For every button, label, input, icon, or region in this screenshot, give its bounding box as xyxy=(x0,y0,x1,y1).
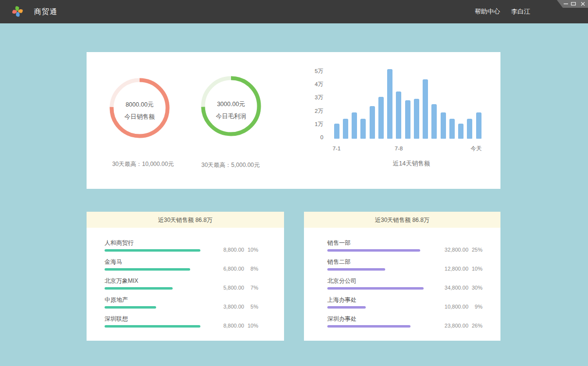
sales-bar-chart: 近14天销售额 01万2万3万4万5万7-17-8今天 xyxy=(87,52,500,189)
chart-bar xyxy=(343,119,348,139)
titlebar: 商贸通 帮助中心 李白江 xyxy=(0,0,588,23)
row-label: 人和商贸行 xyxy=(105,239,134,246)
x-axis-label: 7-8 xyxy=(389,146,409,151)
user-name-link[interactable]: 李白江 xyxy=(511,7,530,16)
chart-bar xyxy=(396,92,401,139)
app-window: 商贸通 帮助中心 李白江 8000.00元今日销售额30天最高：10,000.0… xyxy=(0,0,588,366)
summary-card: 8000.00元今日销售额30天最高：10,000.00元3000.00元今日毛… xyxy=(87,52,500,189)
chart-bar xyxy=(352,112,357,139)
row-percent: 7% xyxy=(250,284,258,291)
y-axis-label: 5万 xyxy=(303,68,323,74)
row-label: 深圳办事处 xyxy=(327,315,356,322)
row-percent: 10% xyxy=(472,265,482,272)
row-value: 3,800.00 xyxy=(223,303,244,310)
chart-bar xyxy=(458,124,463,139)
row-value: 32,800.00 xyxy=(445,246,468,253)
chart-bar xyxy=(431,104,437,139)
chart-caption: 近14天销售额 xyxy=(363,161,460,167)
chart-bar xyxy=(334,124,339,139)
y-axis-label: 1万 xyxy=(303,121,323,127)
chart-bar xyxy=(387,69,392,139)
row-label: 销售二部 xyxy=(327,258,351,265)
maximize-icon[interactable] xyxy=(570,0,576,8)
row-label: 深圳联想 xyxy=(105,315,128,322)
row-bar xyxy=(105,306,156,309)
row-percent: 10% xyxy=(248,246,258,253)
chart-bar xyxy=(467,119,472,139)
row-bar xyxy=(327,287,424,290)
row-value: 34,800.00 xyxy=(445,284,468,291)
close-icon[interactable] xyxy=(580,0,586,8)
row-label: 销售一部 xyxy=(327,239,351,246)
row-bar xyxy=(327,249,420,252)
app-title: 商贸通 xyxy=(34,0,57,23)
row-value: 8,800.00 xyxy=(223,322,244,329)
row-percent: 5% xyxy=(250,303,258,310)
chart-bar xyxy=(414,99,419,139)
row-value: 5,800.00 xyxy=(223,284,244,291)
chart-bar xyxy=(423,79,428,139)
y-axis-label: 4万 xyxy=(303,81,323,87)
y-axis-label: 0 xyxy=(303,134,323,140)
chart-bar xyxy=(370,106,375,139)
window-controls xyxy=(557,0,588,8)
row-label: 上海办事处 xyxy=(327,296,356,303)
row-value: 6,800.00 xyxy=(223,265,244,272)
app-logo-pinwheel-icon xyxy=(12,6,23,17)
chart-bar xyxy=(476,112,481,139)
row-percent: 25% xyxy=(472,246,482,253)
row-label: 北京万象MIX xyxy=(105,277,138,284)
card-title: 近30天销售额 86.8万 xyxy=(304,212,500,228)
x-axis-label: 今天 xyxy=(466,146,486,151)
row-value: 23,800.00 xyxy=(445,322,468,329)
row-bar xyxy=(105,268,190,271)
row-label: 金海马 xyxy=(105,258,122,265)
row-percent: 30% xyxy=(472,284,482,291)
row-bar xyxy=(327,325,410,328)
row-percent: 26% xyxy=(472,322,482,329)
row-percent: 8% xyxy=(250,265,258,272)
chart-bar xyxy=(378,97,384,139)
help-center-link[interactable]: 帮助中心 xyxy=(475,7,500,16)
row-value: 12,800.00 xyxy=(445,265,468,272)
row-percent: 10% xyxy=(248,322,258,329)
card-title: 近30天销售额 86.8万 xyxy=(87,212,284,228)
chart-bar xyxy=(441,112,446,139)
chart-bar xyxy=(449,119,455,139)
row-bar xyxy=(105,287,173,290)
row-label: 北京分公司 xyxy=(327,277,356,284)
x-axis-label: 7-1 xyxy=(327,146,346,151)
row-value: 10,800.00 xyxy=(445,303,468,310)
row-label: 中原地产 xyxy=(105,296,128,303)
chart-bar xyxy=(405,100,410,139)
row-bar xyxy=(105,325,200,328)
card-header: 近30天销售额 86.8万 xyxy=(304,212,500,228)
department-ranking-card: 近30天销售额 86.8万 销售一部32,800.0025%销售二部12,800… xyxy=(304,212,500,341)
chart-bar xyxy=(360,119,366,139)
row-bar xyxy=(327,306,366,309)
row-value: 8,800.00 xyxy=(223,246,244,253)
row-percent: 9% xyxy=(475,303,482,310)
y-axis-label: 2万 xyxy=(303,108,323,114)
card-header: 近30天销售额 86.8万 xyxy=(87,212,284,228)
customer-ranking-card: 近30天销售额 86.8万 人和商贸行8,800.0010%金海马6,800.0… xyxy=(87,212,284,341)
topbar-links: 帮助中心 李白江 xyxy=(475,0,530,23)
row-bar xyxy=(327,268,385,271)
y-axis-label: 3万 xyxy=(303,94,323,100)
row-bar xyxy=(105,249,200,252)
minimize-icon[interactable] xyxy=(563,0,569,8)
